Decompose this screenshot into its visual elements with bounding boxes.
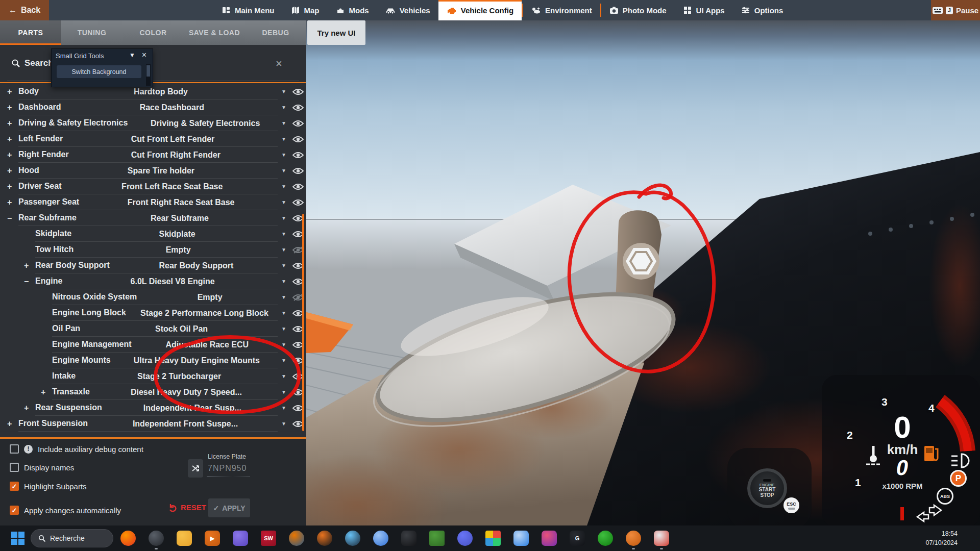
footer-checkbox-row[interactable]: ✓Highlight Subparts bbox=[10, 482, 87, 491]
part-dropdown-icon[interactable]: ▼ bbox=[278, 421, 290, 427]
try-new-ui-button[interactable]: Try new UI bbox=[307, 20, 365, 45]
taskbar-app-firefox[interactable] bbox=[120, 531, 136, 546]
taskbar-app-blender[interactable] bbox=[289, 531, 304, 546]
part-row[interactable]: +BodyHardtop Body▼ bbox=[0, 84, 306, 99]
part-row[interactable]: +DashboardRace Dashboard▼ bbox=[0, 99, 306, 115]
taskbar-app-settings[interactable] bbox=[149, 531, 164, 546]
part-name[interactable]: Diesel Heavy Duty 7 Speed... bbox=[95, 385, 278, 400]
visibility-icon[interactable] bbox=[290, 198, 306, 207]
expand-icon[interactable]: + bbox=[7, 419, 18, 429]
taskbar-app-mail[interactable] bbox=[513, 531, 529, 546]
part-row[interactable]: +Driver SeatFront Left Race Seat Base▼ bbox=[0, 179, 306, 194]
visibility-icon[interactable] bbox=[290, 104, 306, 112]
search-input[interactable]: Search bbox=[11, 58, 54, 68]
checkbox-checked[interactable]: ✓ bbox=[10, 482, 19, 491]
part-row[interactable]: IntakeStage 2 Turbocharger▼ bbox=[0, 368, 306, 384]
part-row[interactable]: +Right FenderCut Front Right Fender▼ bbox=[0, 147, 306, 163]
taskbar-app-media-player[interactable]: ▶ bbox=[205, 531, 220, 546]
checkbox-checked[interactable]: ✓ bbox=[10, 506, 19, 515]
part-name[interactable]: Race Dashboard bbox=[66, 100, 278, 115]
start-menu-button[interactable] bbox=[11, 532, 24, 545]
part-dropdown-icon[interactable]: ▼ bbox=[278, 136, 290, 142]
taskbar-app-xbox[interactable] bbox=[598, 531, 613, 546]
tab-save-load[interactable]: SAVE & LOAD bbox=[184, 20, 245, 45]
checkbox-unchecked[interactable] bbox=[10, 444, 19, 454]
part-dropdown-icon[interactable]: ▼ bbox=[278, 168, 290, 173]
pause-button[interactable]: J Pause bbox=[931, 0, 980, 20]
expand-icon[interactable]: + bbox=[24, 404, 35, 413]
part-dropdown-icon[interactable]: ▼ bbox=[278, 342, 290, 347]
part-dropdown-icon[interactable]: ▼ bbox=[278, 152, 290, 158]
part-dropdown-icon[interactable]: ▼ bbox=[278, 358, 290, 363]
part-name[interactable]: Ultra Heavy Duty Engine Mounts bbox=[116, 353, 278, 368]
popup-collapse-icon[interactable]: ▼ bbox=[129, 52, 135, 59]
part-dropdown-icon[interactable]: ▼ bbox=[278, 120, 290, 126]
visibility-icon[interactable] bbox=[290, 88, 306, 96]
visibility-icon[interactable] bbox=[290, 183, 306, 191]
collapse-icon[interactable]: − bbox=[7, 214, 18, 223]
popup-close-icon[interactable]: × bbox=[142, 51, 146, 60]
part-row[interactable]: Engine ManagementAdjustable Race ECU▼ bbox=[0, 337, 306, 353]
part-dropdown-icon[interactable]: ▼ bbox=[278, 215, 290, 221]
tab-tuning[interactable]: TUNING bbox=[61, 20, 122, 45]
part-name[interactable]: Skidplate bbox=[77, 227, 278, 242]
part-dropdown-icon[interactable]: ▼ bbox=[278, 294, 290, 300]
tab-color[interactable]: COLOR bbox=[122, 20, 184, 45]
expand-icon[interactable]: + bbox=[7, 182, 18, 191]
menu-item-environment[interactable]: Environment bbox=[523, 0, 600, 20]
expand-icon[interactable]: + bbox=[24, 261, 35, 270]
taskbar-app-logitech-g-hub[interactable]: G bbox=[570, 531, 585, 546]
taskbar-app-solidworks-2024[interactable]: SW bbox=[261, 531, 276, 546]
tab-debug[interactable]: DEBUG bbox=[245, 20, 306, 45]
part-row[interactable]: +Rear SuspensionIndependent Rear Susp...… bbox=[0, 400, 306, 416]
footer-checkbox-row[interactable]: !Include auxiliary debug content bbox=[10, 444, 143, 454]
part-dropdown-icon[interactable]: ▼ bbox=[278, 105, 290, 110]
license-plate-input[interactable]: 7NPN950 bbox=[208, 464, 247, 473]
menu-item-ui-apps[interactable]: UI Apps bbox=[675, 0, 733, 20]
menu-item-photo-mode[interactable]: Photo Mode bbox=[601, 0, 675, 20]
part-name[interactable]: 6.0L Diesel V8 Engine bbox=[67, 274, 278, 289]
part-dropdown-icon[interactable]: ▼ bbox=[278, 310, 290, 316]
part-name[interactable]: Stage 2 Performance Long Block bbox=[131, 306, 278, 321]
part-name[interactable]: Rear Subframe bbox=[82, 211, 278, 226]
part-row[interactable]: Engine Long BlockStage 2 Performance Lon… bbox=[0, 305, 306, 321]
randomize-plate-button[interactable] bbox=[188, 459, 203, 478]
checkbox-unchecked[interactable] bbox=[10, 463, 19, 472]
menu-item-map[interactable]: Map bbox=[283, 0, 328, 20]
menu-item-vehicle-config[interactable]: Vehicle Config bbox=[438, 0, 522, 20]
part-name[interactable]: Spare Tire holder bbox=[44, 163, 278, 179]
part-name[interactable]: Stage 2 Turbocharger bbox=[81, 369, 278, 384]
part-name[interactable]: Adjustable Race ECU bbox=[137, 337, 278, 353]
part-name[interactable]: Independent Front Suspe... bbox=[93, 416, 278, 432]
part-dropdown-icon[interactable]: ▼ bbox=[278, 389, 290, 395]
back-button[interactable]: ← Back bbox=[0, 0, 49, 20]
part-dropdown-icon[interactable]: ▼ bbox=[278, 231, 290, 237]
taskbar-app-epic-games[interactable] bbox=[401, 531, 416, 546]
visibility-icon[interactable] bbox=[290, 167, 306, 175]
part-dropdown-icon[interactable]: ▼ bbox=[278, 247, 290, 253]
taskbar-app-beamng-drive[interactable] bbox=[626, 531, 641, 546]
expand-icon[interactable]: + bbox=[41, 388, 52, 397]
part-row[interactable]: +Left FenderCut Front Left Fender▼ bbox=[0, 131, 306, 147]
taskbar-app-microsoft-store[interactable] bbox=[485, 531, 501, 546]
parts-list-scrollbar[interactable] bbox=[302, 214, 304, 431]
menu-item-vehicles[interactable]: Vehicles bbox=[377, 0, 438, 20]
part-row[interactable]: +Rear Body SupportRear Body Support▼ bbox=[0, 258, 306, 273]
visibility-icon[interactable] bbox=[290, 151, 306, 159]
taskbar-app-drawboard[interactable] bbox=[233, 531, 248, 546]
part-name[interactable]: Empty bbox=[142, 290, 278, 305]
part-dropdown-icon[interactable]: ▼ bbox=[278, 405, 290, 411]
expand-icon[interactable]: + bbox=[7, 119, 18, 128]
engine-start-stop-button[interactable]: ENGINE START STOP bbox=[747, 468, 787, 508]
taskbar-app-minecraft[interactable] bbox=[429, 531, 445, 546]
switch-background-button[interactable]: Switch Background bbox=[57, 65, 141, 78]
part-name[interactable]: Empty bbox=[79, 242, 278, 258]
part-name[interactable]: Stock Oil Pan bbox=[85, 321, 278, 337]
part-row[interactable]: +TransaxleDiesel Heavy Duty 7 Speed...▼ bbox=[0, 384, 306, 400]
taskbar-app-gog-galaxy[interactable] bbox=[373, 531, 388, 546]
apply-button[interactable]: ✓ APPLY bbox=[208, 498, 250, 517]
part-dropdown-icon[interactable]: ▼ bbox=[278, 199, 290, 205]
part-row[interactable]: +Passenger SeatFront Right Race Seat Bas… bbox=[0, 194, 306, 210]
part-name[interactable]: Cut Front Right Fender bbox=[74, 147, 278, 163]
reset-button[interactable]: RESET bbox=[168, 503, 206, 512]
